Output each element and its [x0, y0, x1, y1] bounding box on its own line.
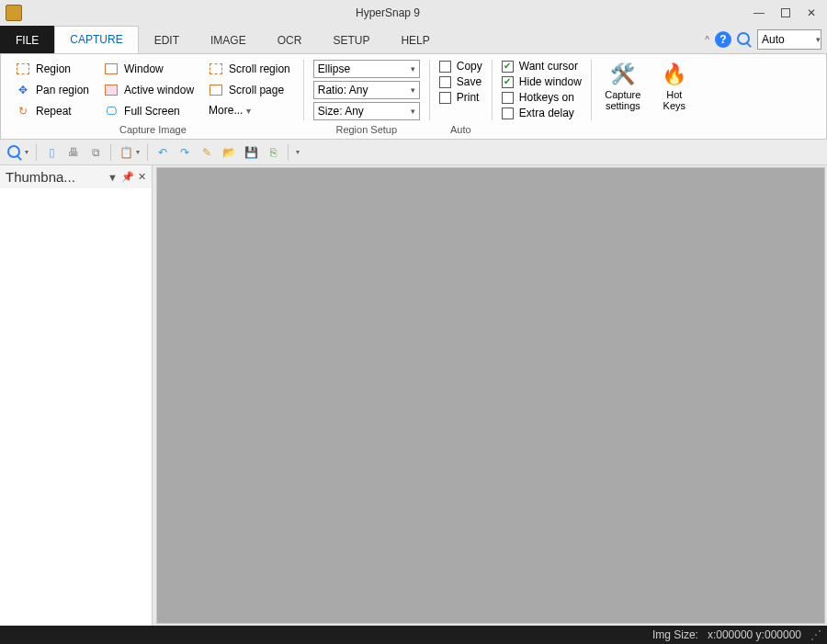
app-icon: [6, 5, 22, 21]
separator: [303, 60, 304, 120]
magnifier-tool-icon[interactable]: [6, 143, 24, 162]
group-label: Region Setup: [308, 122, 425, 137]
window-icon: [104, 62, 119, 76]
thumbnails-list: [0, 188, 152, 626]
chevron-down-icon: ▾: [411, 64, 415, 73]
chevron-down-icon: ▾: [246, 106, 251, 116]
more-button[interactable]: More...▾: [205, 102, 294, 119]
full-screen-icon: 🖵: [104, 104, 119, 119]
undo-icon[interactable]: ↶: [153, 143, 172, 162]
hotkeys-icon: 🔥: [660, 62, 689, 87]
settings-icon: 🛠️: [608, 62, 638, 87]
scroll-region-button[interactable]: Scroll region: [205, 60, 294, 78]
tab-setup[interactable]: SETUP: [317, 26, 385, 53]
tab-image[interactable]: IMAGE: [195, 26, 262, 53]
maximize-button[interactable]: [781, 8, 790, 17]
group-label: Auto: [434, 122, 488, 137]
ribbon: Region ✥Pan region ↻Repeat Window Active…: [0, 53, 827, 140]
chevron-down-icon: ▾: [411, 85, 415, 95]
title-bar: HyperSnap 9 — ✕: [0, 0, 827, 26]
edit-icon[interactable]: ✎: [198, 143, 216, 162]
group-region-setup: Ellipse▾ Ratio: Any▾ Size: Any▾ Region S…: [308, 58, 425, 137]
quick-toolbar: ▾ ▯ 🖶 ⧉ 📋▾ ↶ ↷ ✎ 📂 💾 ⎘ ▾: [0, 140, 827, 165]
active-window-icon: [104, 83, 119, 97]
zoom-select[interactable]: Auto ▾: [757, 29, 821, 50]
print-icon[interactable]: 🖶: [64, 143, 83, 162]
save-checkbox[interactable]: Save: [439, 75, 482, 88]
pan-region-button[interactable]: ✥Pan region: [12, 81, 93, 99]
pin-icon[interactable]: 📌: [121, 171, 134, 183]
magnifier-icon[interactable]: [737, 32, 752, 47]
group-auto: Copy Save Print Auto: [434, 58, 488, 137]
repeat-icon: ↻: [16, 104, 30, 119]
extra-delay-checkbox[interactable]: Extra delay: [502, 107, 582, 119]
tab-capture[interactable]: CAPTURE: [54, 26, 138, 53]
copy-icon[interactable]: ⧉: [86, 143, 105, 162]
window-title: HyperSnap 9: [22, 6, 753, 19]
chevron-down-icon: ▾: [816, 35, 821, 44]
want-cursor-checkbox[interactable]: ✔Want cursor: [502, 60, 582, 73]
export-icon[interactable]: ⎘: [264, 143, 282, 162]
panel-title: Thumbna...: [6, 169, 104, 185]
scroll-page-button[interactable]: Scroll page: [205, 81, 294, 99]
close-panel-icon[interactable]: ✕: [138, 171, 146, 183]
menu-bar: FILE CAPTURE EDIT IMAGE OCR SETUP HELP ^…: [0, 26, 827, 53]
separator: [492, 60, 493, 120]
minimize-button[interactable]: —: [753, 6, 765, 19]
scroll-page-icon: [209, 83, 223, 97]
capture-settings-button[interactable]: 🛠️ Capture settings: [601, 60, 645, 113]
group-options: ✔Want cursor ✔Hide window Hotkeys on Ext…: [496, 58, 587, 137]
zoom-value: Auto: [762, 33, 785, 46]
open-folder-icon[interactable]: 📂: [220, 143, 238, 162]
region-icon: [16, 62, 30, 76]
status-img-size-label: Img Size:: [652, 628, 698, 641]
redo-icon[interactable]: ↷: [176, 143, 194, 162]
active-window-button[interactable]: Active window: [100, 81, 198, 99]
close-button[interactable]: ✕: [807, 6, 816, 19]
chevron-down-icon: ▾: [411, 107, 415, 116]
hot-keys-button[interactable]: 🔥 Hot Keys: [652, 60, 697, 113]
help-icon[interactable]: ?: [715, 31, 731, 48]
window-button[interactable]: Window: [100, 60, 198, 78]
hide-window-checkbox[interactable]: ✔Hide window: [502, 75, 582, 88]
group-label: Capture Image: [6, 122, 300, 137]
tab-edit[interactable]: EDIT: [139, 26, 195, 53]
size-select[interactable]: Size: Any▾: [313, 102, 420, 120]
separator: [591, 60, 592, 120]
ribbon-collapse-icon[interactable]: ^: [705, 35, 709, 45]
hotkeys-on-checkbox[interactable]: Hotkeys on: [502, 91, 582, 104]
main-area: Thumbna... ▼ 📌 ✕: [0, 165, 827, 626]
resize-grip-icon[interactable]: ⋰: [810, 628, 820, 641]
tab-file[interactable]: FILE: [0, 26, 54, 53]
scroll-region-icon: [209, 62, 223, 76]
paste-icon[interactable]: 📋: [117, 143, 135, 162]
save-icon[interactable]: 💾: [242, 143, 260, 162]
status-coords: x:000000 y:000000: [708, 628, 801, 641]
canvas-area[interactable]: [156, 167, 825, 624]
shape-select[interactable]: Ellipse▾: [313, 60, 420, 78]
repeat-button[interactable]: ↻Repeat: [12, 102, 93, 120]
copy-checkbox[interactable]: Copy: [439, 60, 482, 73]
toolbar-overflow-icon[interactable]: ▾: [296, 148, 300, 156]
print-checkbox[interactable]: Print: [439, 91, 482, 104]
panel-menu-icon[interactable]: ▼: [108, 172, 118, 183]
pan-region-icon: ✥: [16, 83, 30, 97]
separator: [429, 60, 430, 120]
region-button[interactable]: Region: [12, 60, 93, 78]
tab-ocr[interactable]: OCR: [262, 26, 318, 53]
ratio-select[interactable]: Ratio: Any▾: [313, 81, 420, 99]
full-screen-button[interactable]: 🖵Full Screen: [100, 102, 198, 120]
tab-help[interactable]: HELP: [385, 26, 445, 53]
thumbnails-panel: Thumbna... ▼ 📌 ✕: [0, 165, 153, 626]
group-capture-settings: 🛠️ Capture settings 🔥 Hot Keys: [595, 58, 702, 137]
new-icon[interactable]: ▯: [42, 143, 61, 162]
status-bar: Img Size: x:000000 y:000000 ⋰: [0, 626, 827, 644]
group-capture-image: Region ✥Pan region ↻Repeat Window Active…: [6, 58, 300, 137]
